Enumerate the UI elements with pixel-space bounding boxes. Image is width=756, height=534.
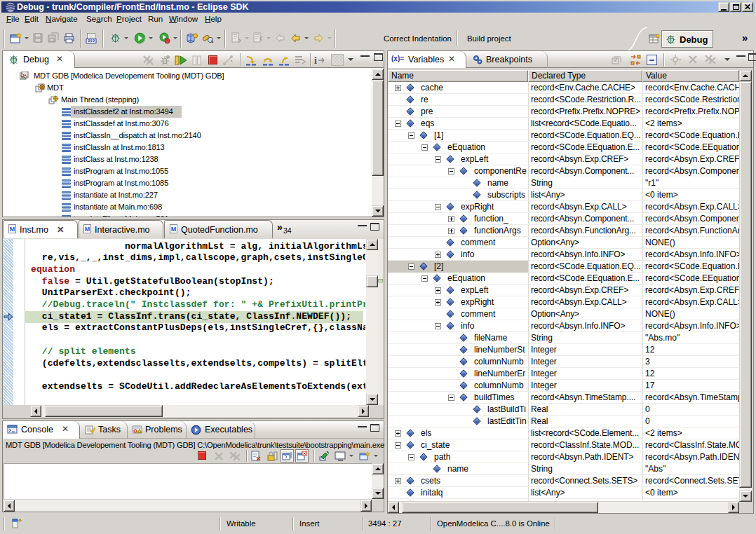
- svg-text:010: 010: [88, 39, 95, 43]
- svg-text:i: i: [314, 55, 317, 66]
